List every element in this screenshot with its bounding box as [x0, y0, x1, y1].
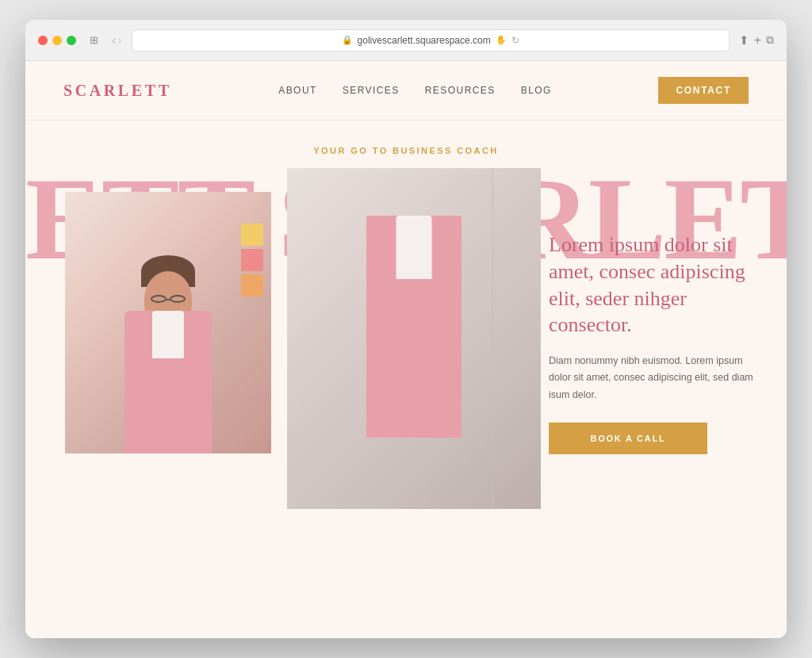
sidebar-toggle-icon[interactable]: ⊞ — [86, 33, 102, 48]
nav-arrows: ‹ › — [112, 33, 122, 48]
site-logo[interactable]: SCARLETT — [63, 82, 172, 100]
sticky-note-orange — [241, 274, 263, 296]
browser-window: ⊞ ‹ › 🔒 golivescarlett.squarespace.com ✋… — [25, 20, 787, 638]
minimize-button[interactable] — [52, 36, 62, 45]
nav-resources[interactable]: RESOURCES — [425, 85, 496, 96]
reload-icon[interactable]: ↻ — [511, 35, 519, 46]
sticky-note-pink — [241, 249, 263, 271]
nav-about[interactable]: ABOUT — [278, 85, 317, 96]
forward-button[interactable]: › — [117, 33, 121, 48]
maximize-button[interactable] — [67, 36, 76, 45]
nav-blog[interactable]: BLOG — [521, 85, 552, 96]
browser-chrome: ⊞ ‹ › 🔒 golivescarlett.squarespace.com ✋… — [25, 20, 787, 61]
share-icon[interactable]: ⬆ — [739, 33, 749, 48]
contact-button[interactable]: CONTACT — [658, 77, 749, 104]
wall-line — [492, 168, 493, 509]
hero-body: Diam nonummy nibh euismod. Lorem ipsum d… — [549, 353, 755, 404]
hero-section: YOUR GO TO BUSINESS COACH ETT SCARLET — [25, 121, 787, 638]
person-body-left — [124, 311, 212, 453]
browser-toolbar: ⊞ — [86, 33, 102, 48]
nav-services[interactable]: SERVICES — [343, 85, 400, 96]
hero-tagline: YOUR GO TO BUSINESS COACH — [25, 121, 787, 155]
photo-center-bg — [287, 168, 541, 509]
close-button[interactable] — [38, 36, 48, 45]
browser-actions: ⬆ + ⧉ — [739, 33, 774, 48]
url-text: golivescarlett.squarespace.com — [358, 35, 491, 46]
sticky-note-yellow — [241, 224, 263, 246]
address-bar[interactable]: 🔒 golivescarlett.squarespace.com ✋ ↻ — [132, 29, 730, 52]
site-nav: ABOUT SERVICES RESOURCES BLOG — [278, 85, 552, 96]
website-content: SCARLETT ABOUT SERVICES RESOURCES BLOG C… — [25, 61, 787, 638]
tracking-icon: ✋ — [496, 35, 507, 45]
book-call-button[interactable]: BOOK A CALL — [549, 423, 707, 454]
back-button[interactable]: ‹ — [112, 33, 116, 48]
site-header: SCARLETT ABOUT SERVICES RESOURCES BLOG C… — [25, 61, 787, 121]
new-tab-icon[interactable]: + — [754, 33, 761, 48]
lock-icon: 🔒 — [342, 35, 353, 45]
person-body-center — [366, 216, 462, 438]
photo-center — [287, 168, 541, 509]
text-area: Lorem ipsum dolor sit amet, consec adipi… — [549, 231, 755, 454]
photo-left — [65, 192, 271, 453]
hero-headline: Lorem ipsum dolor sit amet, consec adipi… — [549, 231, 755, 339]
photo-left-bg — [65, 192, 271, 453]
sticky-notes — [241, 224, 263, 296]
tab-overview-icon[interactable]: ⧉ — [766, 33, 774, 48]
traffic-lights — [38, 36, 76, 45]
